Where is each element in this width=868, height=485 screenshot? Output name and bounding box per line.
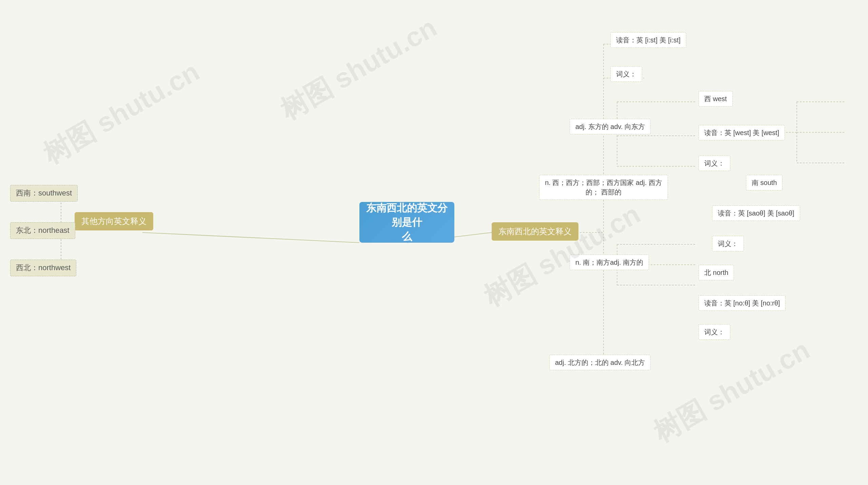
west-full-definition: n. 西；西方；西部；西方国家 adj. 西方的； 西部的 <box>539 175 668 200</box>
watermark-1: 树图 shutu.cn <box>37 54 206 173</box>
west-pronunciation: 读音：英 [west] 美 [west] <box>698 125 785 141</box>
center-node: 东南西北的英文分别是什 么 <box>359 202 454 243</box>
right-branch-node: 东南西北的英文释义 <box>492 222 578 241</box>
left-branch-node: 其他方向英文释义 <box>75 212 153 230</box>
left-item-southwest: 西南：southwest <box>10 185 78 202</box>
south-full-definition: n. 南；南方adj. 南方的 <box>570 255 649 270</box>
north-label: 北 north <box>698 265 734 280</box>
north-full-definition: adj. 北方的；北的 adv. 向北方 <box>549 355 651 370</box>
watermark-4: 树图 shutu.cn <box>647 332 816 451</box>
east-meaning: 词义： <box>610 66 642 82</box>
south-pronunciation: 读音：英 [saoθ] 美 [saoθ] <box>712 205 800 221</box>
east-pronunciation: 读音：英 [i:st] 美 [i:st] <box>610 32 686 48</box>
south-label: 南 south <box>746 175 783 190</box>
west-label: 西 west <box>698 91 733 107</box>
east-adj: adj. 东方的 adv. 向东方 <box>570 119 651 134</box>
svg-line-1 <box>142 232 359 243</box>
south-meaning: 词义： <box>712 236 744 251</box>
mindmap-canvas: 东南西北的英文分别是什 么 东南西北的英文释义 其他方向英文释义 西南：sout… <box>0 0 868 485</box>
north-pronunciation: 读音：英 [no:θ] 美 [no:rθ] <box>698 295 786 311</box>
west-meaning: 词义： <box>698 155 730 171</box>
north-meaning: 词义： <box>698 324 730 340</box>
left-item-northeast: 东北：northeast <box>10 222 75 239</box>
left-item-northwest: 西北：northwest <box>10 260 76 276</box>
watermark-2: 树图 shutu.cn <box>274 10 443 129</box>
